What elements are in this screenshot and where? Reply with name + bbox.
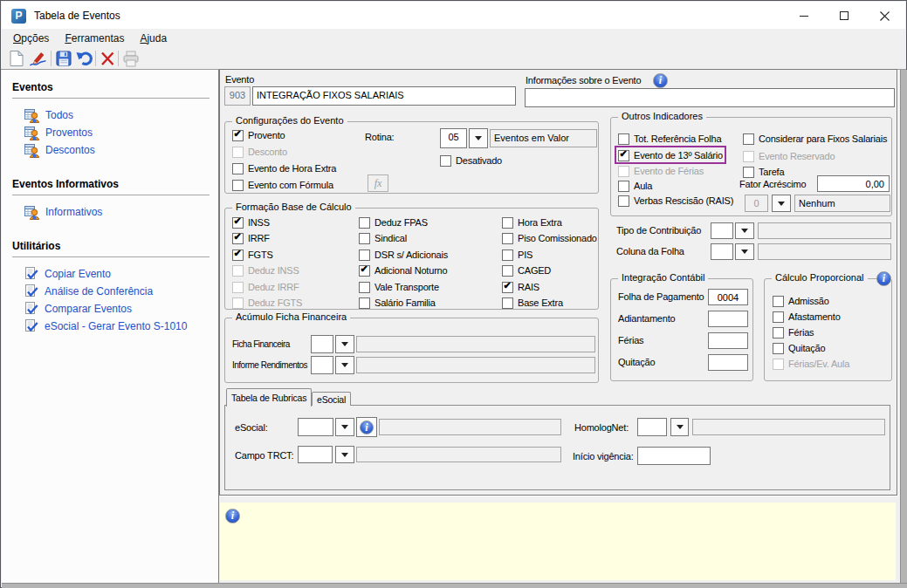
- campo-trct-field[interactable]: [298, 446, 333, 463]
- undo-button[interactable]: [75, 49, 94, 68]
- checkbox-desativado[interactable]: Desativado: [440, 154, 502, 168]
- checkbox-rais[interactable]: ✔RAIS: [502, 280, 539, 294]
- informe-rendimentos-field[interactable]: [311, 356, 333, 374]
- checkbox-verbas-rescisao-rais[interactable]: Verbas Rescisão (RAIS): [618, 194, 733, 208]
- print-button[interactable]: [121, 49, 141, 68]
- sidebar-item-informativos[interactable]: Informativos: [24, 204, 102, 220]
- checkbox-box[interactable]: [773, 343, 784, 354]
- checkbox-sindical[interactable]: Sindical: [359, 231, 407, 245]
- checkbox-tot-referencia-folha[interactable]: Tot. Referência Folha: [618, 132, 721, 146]
- checkbox-evento-de-hora-extra[interactable]: Evento de Hora Extra: [232, 161, 336, 175]
- checkbox-box[interactable]: ✔: [232, 130, 244, 141]
- tab-tabela-rubricas[interactable]: Tabela de Rubricas: [226, 388, 312, 407]
- checkbox-tarefa[interactable]: Tarefa: [743, 165, 784, 179]
- sidebar-item-comparar-eventos[interactable]: Comparar Eventos: [24, 301, 132, 317]
- checkbox-ferias[interactable]: Férias: [773, 325, 814, 339]
- checkbox-box[interactable]: [232, 180, 244, 191]
- checkbox-box[interactable]: [359, 233, 370, 244]
- sidebar-item-todos[interactable]: Todos: [24, 107, 73, 123]
- checkbox-considerar-para-fixos-salariais[interactable]: Considerar para Fixos Salariais: [743, 132, 887, 146]
- checkbox-aula[interactable]: Aula: [618, 179, 652, 193]
- checkbox-admissao[interactable]: Admissão: [773, 294, 829, 308]
- verba-rescisao-dropdown-button[interactable]: [772, 195, 791, 212]
- checkbox-salario-familia[interactable]: Salário Familia: [359, 296, 436, 310]
- maximize-button[interactable]: [824, 3, 864, 29]
- integracao-field-folha-de-pagamento[interactable]: 0004: [708, 289, 748, 305]
- informacoes-field[interactable]: [525, 88, 895, 107]
- checkbox-caged[interactable]: CAGED: [502, 263, 551, 277]
- rotina-value-field[interactable]: 05: [440, 128, 467, 148]
- checkbox-box[interactable]: ✔: [232, 217, 244, 229]
- save-button[interactable]: [54, 49, 73, 68]
- menu-ajuda[interactable]: Ajuda: [132, 32, 175, 44]
- checkbox-provento[interactable]: ✔Provento: [232, 128, 285, 142]
- checkbox-box[interactable]: ✔: [359, 265, 370, 277]
- checkbox-box[interactable]: ✔: [618, 150, 629, 161]
- evento-name-field[interactable]: INTEGRAÇÃO FIXOS SALARIAIS: [252, 86, 516, 106]
- checkbox-box[interactable]: [502, 233, 513, 244]
- checkbox-box[interactable]: [743, 133, 754, 145]
- checkbox-fgts[interactable]: ✔FGTS: [232, 248, 273, 262]
- checkbox-box[interactable]: [502, 297, 513, 309]
- checkbox-box[interactable]: [502, 250, 513, 261]
- tab-esocial[interactable]: eSocial: [312, 392, 351, 406]
- checkbox-box[interactable]: [440, 155, 451, 167]
- minimize-button[interactable]: [784, 3, 824, 29]
- checkbox-box[interactable]: [359, 297, 370, 309]
- checkbox-box[interactable]: [359, 282, 370, 293]
- checkbox-base-extra[interactable]: Base Extra: [502, 296, 563, 310]
- menu-opcoes[interactable]: Opções: [5, 32, 57, 44]
- homolognet-dropdown-button[interactable]: [670, 418, 689, 436]
- informe-rendimentos-dropdown-button[interactable]: [335, 356, 354, 374]
- checkbox-box[interactable]: [359, 217, 370, 229]
- esocial-dropdown-button[interactable]: [335, 418, 354, 436]
- esocial-field[interactable]: [298, 418, 333, 436]
- esocial-info-button[interactable]: i: [356, 417, 377, 437]
- delete-button[interactable]: [98, 49, 117, 68]
- checkbox-piso-comissionado[interactable]: Piso Comissionado: [502, 231, 597, 245]
- close-button[interactable]: [864, 3, 904, 29]
- edit-button[interactable]: [28, 49, 47, 68]
- fator-acrescimo-field[interactable]: 0,00: [817, 175, 890, 192]
- coluna-folha-field[interactable]: [711, 243, 733, 260]
- checkbox-evento-com-formula[interactable]: Evento com Fórmula: [232, 178, 333, 192]
- checkbox-vale-transporte[interactable]: Vale Transporte: [359, 280, 439, 294]
- checkbox-box[interactable]: ✔: [232, 233, 244, 244]
- checkbox-box[interactable]: [618, 195, 629, 207]
- checkbox-quitacao[interactable]: Quitação: [773, 341, 825, 355]
- inicio-vigencia-field[interactable]: [637, 447, 711, 465]
- ficha-financeira-field[interactable]: [311, 335, 333, 353]
- calculo-info-icon[interactable]: i: [876, 271, 891, 286]
- campo-trct-dropdown-button[interactable]: [335, 446, 354, 463]
- menu-ferramentas[interactable]: Ferramentas: [57, 32, 132, 44]
- checkbox-box[interactable]: [502, 265, 513, 277]
- coluna-folha-dropdown-button[interactable]: [735, 243, 754, 260]
- checkbox-afastamento[interactable]: Afastamento: [773, 310, 841, 324]
- checkbox-dsr-s-adicionais[interactable]: DSR s/ Adicionais: [359, 248, 448, 262]
- checkbox-box[interactable]: [232, 163, 244, 174]
- checkbox-box[interactable]: [502, 217, 513, 229]
- rotina-dropdown-button[interactable]: [469, 128, 488, 148]
- sidebar-item-copiar-evento[interactable]: Copiar Evento: [24, 266, 111, 282]
- checkbox-pis[interactable]: PIS: [502, 248, 533, 262]
- sidebar-item-descontos[interactable]: Descontos: [24, 142, 95, 158]
- checkbox-box[interactable]: [359, 250, 370, 261]
- homolognet-field[interactable]: [637, 418, 667, 436]
- integracao-field-ferias[interactable]: [708, 332, 748, 349]
- sidebar-item-proventos[interactable]: Proventos: [24, 125, 93, 140]
- checkbox-adicional-noturno[interactable]: ✔Adicional Noturno: [359, 263, 447, 277]
- checkbox-box[interactable]: [773, 327, 784, 338]
- checkbox-inss[interactable]: ✔INSS: [232, 215, 270, 229]
- new-button[interactable]: [7, 49, 26, 68]
- checkbox-evento-de-13-salario[interactable]: ✔Evento de 13º Salário: [618, 148, 723, 162]
- info-icon[interactable]: i: [653, 73, 668, 88]
- checkbox-deduz-fpas[interactable]: Deduz FPAS: [359, 215, 428, 229]
- checkbox-box[interactable]: [773, 311, 784, 323]
- integracao-field-adiantamento[interactable]: [708, 311, 748, 327]
- checkbox-box[interactable]: [773, 296, 784, 307]
- checkbox-box[interactable]: [618, 133, 629, 145]
- checkbox-box[interactable]: [743, 167, 754, 178]
- checkbox-box[interactable]: ✔: [232, 250, 244, 261]
- tipo-contribuicao-field[interactable]: [711, 222, 733, 239]
- integracao-field-quitacao[interactable]: [708, 354, 748, 371]
